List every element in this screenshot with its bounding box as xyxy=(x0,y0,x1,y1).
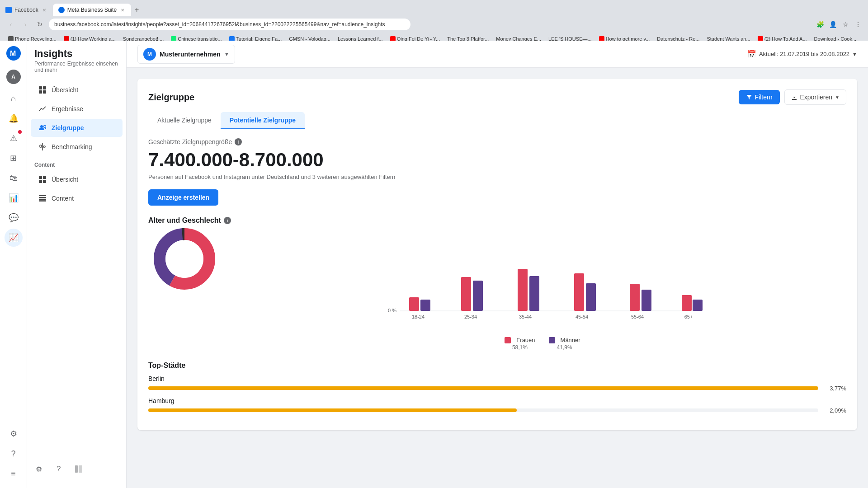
refresh-button[interactable]: ↻ xyxy=(34,19,45,30)
svg-rect-19 xyxy=(75,465,78,473)
help-sidebar-icon[interactable]: ? xyxy=(5,445,23,463)
svg-rect-27 xyxy=(409,297,419,311)
chart-legend: Frauen 58,1% Männer 41,9% xyxy=(239,337,846,351)
nav-content-uebersicht[interactable]: Übersicht xyxy=(31,170,123,188)
nav-uebersicht[interactable]: Übersicht xyxy=(31,81,123,99)
tab-meta[interactable]: Meta Business Suite ✕ xyxy=(53,4,131,16)
svg-rect-17 xyxy=(39,199,46,201)
city-berlin-bar-bg xyxy=(148,386,818,390)
svg-rect-40 xyxy=(642,290,651,311)
frauen-label: Frauen xyxy=(516,337,535,343)
export-button-label: Exportieren xyxy=(800,94,833,101)
company-selector[interactable]: M Musterunternehmen ▼ xyxy=(137,45,235,64)
content-area: M Musterunternehmen ▼ 📅 Aktuell: 21.07.2… xyxy=(127,41,868,488)
shop-sidebar-icon[interactable]: 🛍 xyxy=(5,169,23,187)
meta-favicon xyxy=(58,7,65,13)
tab-meta-close[interactable]: ✕ xyxy=(119,7,126,13)
svg-point-7 xyxy=(44,126,46,128)
nav-zielgruppe-label: Zielgruppe xyxy=(52,124,84,131)
main-content: Zielgruppe Filtern Exportier xyxy=(127,68,868,488)
svg-rect-30 xyxy=(461,277,471,311)
svg-rect-9 xyxy=(40,145,42,147)
tabs-container: Aktuelle Zielgruppe Potentielle Zielgrup… xyxy=(148,112,846,129)
home-sidebar-icon[interactable]: ⌂ xyxy=(5,89,23,108)
chart-sidebar-icon[interactable]: 📊 xyxy=(5,189,23,207)
svg-text:35-44: 35-44 xyxy=(519,314,532,319)
date-range-text: Aktuell: 21.07.2019 bis 20.08.2022 xyxy=(759,51,849,57)
nav-benchmarking[interactable]: Benchmarking xyxy=(31,138,123,156)
more-icon[interactable]: ⋮ xyxy=(854,20,863,29)
donut-chart xyxy=(148,223,221,295)
back-button[interactable]: ‹ xyxy=(5,19,16,30)
svg-rect-33 xyxy=(518,269,528,311)
filter-button[interactable]: Filtern xyxy=(739,90,780,104)
settings-nav-icon[interactable]: ⚙ xyxy=(31,461,47,477)
svg-rect-28 xyxy=(420,300,430,311)
settings-sidebar-icon[interactable]: ⚙ xyxy=(5,425,23,443)
help-nav-icon[interactable]: ? xyxy=(51,461,67,477)
analytics-sidebar-icon[interactable]: 📈 xyxy=(5,229,23,247)
section-title: Zielgruppe xyxy=(148,92,194,103)
svg-text:0 %: 0 % xyxy=(388,308,396,313)
age-gender-info-icon[interactable]: i xyxy=(224,217,231,224)
svg-point-23 xyxy=(165,240,203,278)
frauen-pct: 58,1% xyxy=(512,344,528,351)
menu-sidebar-icon[interactable]: ≡ xyxy=(5,465,23,483)
profile-icon[interactable]: 👤 xyxy=(828,20,837,29)
nav-content[interactable]: Content xyxy=(31,189,123,207)
audience-size-desc: Personen auf Facebook und Instagram unte… xyxy=(148,174,846,180)
svg-rect-15 xyxy=(39,195,46,196)
address-input[interactable]: business.facebook.com/latest/insights/pe… xyxy=(49,19,410,30)
audience-size-number: 7.400.000-8.700.000 xyxy=(148,149,846,171)
new-tab-button[interactable]: + xyxy=(131,4,142,16)
forward-button[interactable]: › xyxy=(20,19,31,30)
grid-sidebar-icon[interactable]: ⊞ xyxy=(5,149,23,167)
tab-aktuelle[interactable]: Aktuelle Zielgruppe xyxy=(148,112,221,129)
bar-chart-svg: 0 % 18-24 25-34 xyxy=(239,232,846,331)
tab-potentielle[interactable]: Potentielle Zielgruppe xyxy=(221,112,305,129)
collapse-nav-icon[interactable] xyxy=(71,461,87,477)
benchmarking-icon xyxy=(38,142,47,151)
export-dropdown-icon: ▼ xyxy=(835,95,840,100)
bookmark-star-icon[interactable]: ☆ xyxy=(841,20,850,29)
svg-text:65+: 65+ xyxy=(684,314,693,319)
svg-rect-16 xyxy=(39,197,46,198)
svg-rect-37 xyxy=(586,283,596,311)
city-berlin-name: Berlin xyxy=(148,375,846,382)
nav-zielgruppe[interactable]: Zielgruppe xyxy=(31,119,123,137)
zielgruppe-icon xyxy=(38,123,47,132)
nav-ergebnisse-label: Ergebnisse xyxy=(52,105,83,113)
legend-frauen: Frauen 58,1% xyxy=(505,337,535,351)
city-row-berlin: Berlin 3,77% xyxy=(148,375,846,392)
svg-rect-12 xyxy=(43,176,46,179)
nav-benchmarking-label: Benchmarking xyxy=(52,143,92,150)
tab-facebook[interactable]: Facebook ✕ xyxy=(0,4,53,16)
user-avatar[interactable]: A xyxy=(6,70,21,84)
insights-subtitle: Performance-Ergebnisse einsehen und mehr xyxy=(34,61,119,73)
bell-sidebar-icon[interactable]: 🔔 xyxy=(5,109,23,127)
svg-rect-11 xyxy=(39,176,42,179)
content-card: Zielgruppe Filtern Exportier xyxy=(137,79,857,430)
browser-chrome: Facebook ✕ Meta Business Suite ✕ + ‹ › ↻… xyxy=(0,0,868,41)
city-berlin-pct: 3,77% xyxy=(824,385,846,392)
city-hamburg-bar-bg xyxy=(148,408,818,412)
create-ad-button[interactable]: Anzeige erstellen xyxy=(148,189,218,206)
date-dropdown-icon: ▼ xyxy=(852,52,857,57)
svg-rect-39 xyxy=(630,284,640,311)
nav-ergebnisse[interactable]: Ergebnisse xyxy=(31,100,123,118)
nav-content-label: Content xyxy=(52,195,74,202)
left-sidebar: M A ⌂ 🔔 ⚠ ⊞ 🛍 📊 💬 📈 ⚙ ? ≡ xyxy=(0,41,27,488)
tab-facebook-close[interactable]: ✕ xyxy=(41,7,47,13)
section-header: Zielgruppe Filtern Exportier xyxy=(148,89,846,105)
extensions-icon[interactable]: 🧩 xyxy=(816,20,825,29)
svg-rect-42 xyxy=(682,295,692,311)
tab-bar: Facebook ✕ Meta Business Suite ✕ + xyxy=(0,0,868,16)
date-range[interactable]: 📅 Aktuell: 21.07.2019 bis 20.08.2022 ▼ xyxy=(747,50,857,58)
message-sidebar-icon[interactable]: 💬 xyxy=(5,209,23,227)
header-buttons: Filtern Exportieren ▼ xyxy=(739,89,846,105)
audience-info-icon[interactable]: i xyxy=(235,138,242,145)
company-name: Musterunternehmen xyxy=(160,51,221,58)
svg-rect-34 xyxy=(529,276,539,311)
export-button[interactable]: Exportieren ▼ xyxy=(784,89,847,105)
alert-sidebar-wrap: ⚠ xyxy=(5,129,23,147)
